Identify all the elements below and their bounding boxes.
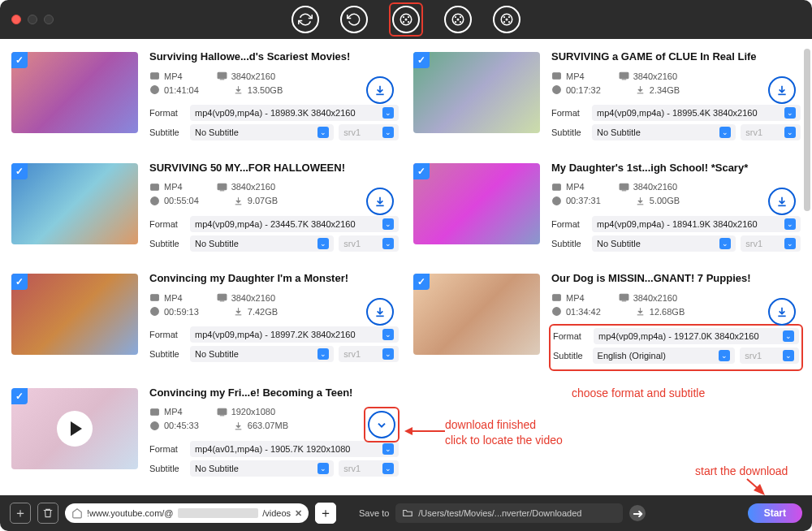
refresh-icon[interactable] [292,6,319,33]
video-grid: ✓Surviving Hallowe...d's Scariest Movies… [0,39,812,495]
subtitle-select[interactable]: No Subtitle⌄ [190,124,334,140]
add-url-button[interactable]: ＋ [315,503,336,524]
play-icon[interactable] [57,411,93,447]
thumbnail[interactable]: ✓ [11,388,138,469]
video-card: ✓Convincing my Fri...e! Becoming a Teen!… [11,383,399,488]
delete-button[interactable] [37,503,58,524]
format-select[interactable]: mp4(vp09,mp4a) - 18989.3K 3840x2160⌄ [190,105,399,121]
srv-select[interactable]: srv1⌄ [741,235,801,252]
subtitle-label: Subtitle [551,127,592,137]
chevron-down-icon: ⌄ [784,238,796,249]
format-label: Format [551,219,592,229]
thumbnail[interactable]: ✓ [11,274,138,355]
format-select[interactable]: mp4(vp09,mp4a) - 18997.2K 3840x2160⌄ [190,326,399,343]
svg-point-17 [506,19,508,21]
chevron-down-icon: ⌄ [784,218,796,230]
video-list-icon[interactable] [444,6,472,33]
download-button[interactable] [366,76,394,104]
download-button[interactable] [366,188,394,215]
checkbox[interactable]: ✓ [11,52,28,68]
format-label: Format [149,444,190,454]
thumbnail[interactable]: ✓ [413,274,540,355]
srv-select[interactable]: srv1⌄ [339,460,399,477]
zoom-window[interactable] [44,15,54,24]
thumbnail[interactable]: ✓ [11,52,138,133]
chevron-down-icon: ⌄ [783,330,794,342]
reload-icon[interactable] [340,6,368,33]
format-badge: MP4 [149,292,183,303]
svg-point-3 [403,21,404,23]
video-card: ✓Our Dog is MISSIN...GNANT! 7 Puppies!MP… [413,269,801,377]
checkbox[interactable]: ✓ [413,274,430,290]
add-button[interactable]: ＋ [10,503,31,524]
video-card: ✓Surviving Hallowe...d's Scariest Movies… [11,47,399,152]
checkbox[interactable]: ✓ [11,163,28,179]
svg-point-15 [503,21,505,23]
resolution-badge: 3840x2160 [217,182,275,192]
size-badge: 9.07GB [233,196,278,206]
chevron-down-icon: ⌄ [784,127,796,138]
top-toolbar [292,2,520,37]
checkbox[interactable]: ✓ [413,52,430,68]
download-button[interactable] [768,298,796,326]
srv-select[interactable]: srv1⌄ [339,124,399,140]
video-search-icon[interactable] [493,6,520,33]
clear-url-icon[interactable]: ✕ [295,508,302,519]
resolution-badge: 3840x2160 [619,182,677,192]
subtitle-select[interactable]: No Subtitle⌄ [592,124,736,140]
scrollbar[interactable] [804,49,810,211]
resolution-badge: 3840x2160 [619,292,677,303]
close-window[interactable] [11,15,21,24]
svg-rect-81 [218,408,227,415]
start-button[interactable]: Start [748,503,802,523]
duration-badge: 00:59:13 [149,306,199,317]
checkbox[interactable]: ✓ [11,274,28,290]
chevron-down-icon: ⌄ [317,238,329,249]
format-select[interactable]: mp4(vp09,mp4a) - 23445.7K 3840x2160⌄ [190,216,399,232]
chevron-down-icon: ⌄ [382,107,394,119]
window-controls [11,15,54,24]
video-title: Our Dog is MISSIN...GNANT! 7 Puppies! [551,272,801,284]
svg-point-9 [455,21,456,23]
download-button[interactable] [366,298,394,326]
chevron-down-icon: ⌄ [317,463,329,474]
download-button[interactable] [768,76,796,104]
subtitle-select[interactable]: English (Original)⌄ [593,348,736,364]
duration-badge: 01:41:04 [149,84,199,95]
download-button[interactable] [768,188,796,215]
format-badge: MP4 [149,71,183,81]
format-select[interactable]: mp4(vp09,mp4a) - 18941.9K 3840x2160⌄ [592,216,801,232]
srv-select[interactable]: srv1⌄ [740,348,799,364]
url-input[interactable]: !www.youtube.com/@ /videos ✕ [65,503,309,523]
checkbox[interactable]: ✓ [413,163,430,179]
video-card: ✓Convincing my Daughter I'm a Monster!MP… [11,269,399,377]
srv-select[interactable]: srv1⌄ [339,346,399,362]
svg-rect-51 [620,183,628,190]
checkbox[interactable]: ✓ [11,388,28,404]
video-download-icon[interactable] [392,6,420,33]
chevron-down-icon: ⌄ [317,348,329,360]
resolution-badge: 3840x2160 [217,292,275,303]
thumbnail[interactable]: ✓ [11,163,138,244]
size-badge: 5.00GB [635,196,680,206]
thumbnail[interactable]: ✓ [413,52,540,133]
minimize-window[interactable] [28,15,37,24]
chevron-down-icon: ⌄ [719,350,730,361]
svg-point-1 [403,16,404,18]
chevron-down-icon: ⌄ [382,463,394,474]
subtitle-select[interactable]: No Subtitle⌄ [592,235,736,252]
srv-select[interactable]: srv1⌄ [339,235,399,252]
save-path[interactable]: /Users/test/Movies/...nverter/Downloaded [395,503,623,523]
format-select[interactable]: mp4(vp09,mp4a) - 18995.4K 3840x2160⌄ [592,105,801,121]
locate-button[interactable] [368,411,395,438]
subtitle-select[interactable]: No Subtitle⌄ [190,235,334,252]
format-select[interactable]: mp4(av01,mp4a) - 1905.7K 1920x1080⌄ [190,441,399,457]
open-folder-button[interactable]: ➜ [629,505,646,521]
format-badge: MP4 [551,292,585,303]
srv-select[interactable]: srv1⌄ [741,124,801,140]
subtitle-select[interactable]: No Subtitle⌄ [190,346,334,362]
format-badge: MP4 [551,71,585,81]
format-select[interactable]: mp4(vp09,mp4a) - 19127.0K 3840x2160⌄ [594,328,799,344]
subtitle-select[interactable]: No Subtitle⌄ [190,460,334,477]
thumbnail[interactable]: ✓ [413,163,540,244]
